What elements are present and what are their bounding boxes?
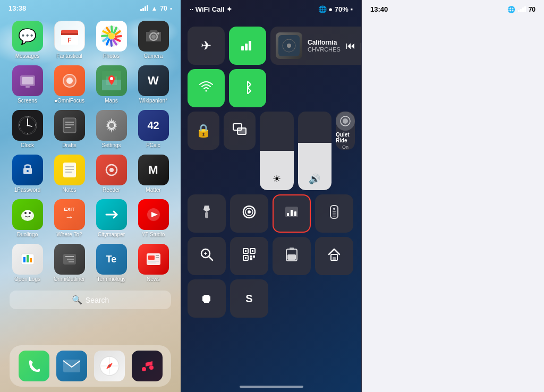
cc-bluetooth[interactable] — [229, 69, 266, 107]
svg-point-18 — [110, 77, 113, 80]
app-fantastical-label: Fantastical — [56, 53, 82, 59]
app-news[interactable]: News — [135, 244, 171, 282]
search-bar[interactable]: 🔍 Search — [10, 291, 171, 309]
cc-qr-code[interactable] — [230, 237, 268, 275]
svg-rect-102 — [245, 257, 246, 259]
wifi-icon — [199, 79, 214, 97]
app-yt-icon — [138, 199, 169, 230]
svg-point-83 — [248, 210, 251, 214]
app-openlogs-label: Open Logs — [14, 276, 40, 282]
cc-battery-status-btn[interactable] — [273, 237, 311, 275]
cc-screen-mirror[interactable] — [224, 112, 256, 150]
home-indicator[interactable] — [240, 386, 303, 388]
mirror-icon — [232, 122, 247, 140]
svg-text:F: F — [67, 37, 71, 44]
cc-music-title: California — [308, 39, 341, 46]
qn-signal-bar-1 — [518, 10, 520, 12]
cc-cellular[interactable] — [229, 27, 266, 65]
app-omnioutliner[interactable]: OmniOutliner — [52, 244, 87, 282]
app-matter-icon: M — [138, 155, 169, 185]
app-duolingo-icon — [12, 199, 43, 230]
svg-point-35 — [27, 170, 29, 172]
cc-screen-capture[interactable] — [230, 194, 268, 233]
cc-remote[interactable] — [315, 194, 353, 233]
cc-chart-button[interactable] — [273, 194, 311, 233]
app-openlogs[interactable]: Open Logs — [10, 244, 45, 282]
app-wikipanion[interactable]: W Wikipanion* — [135, 65, 171, 104]
phone2-control-center: ·· WiFi Call ✦ 🌐 ● 70% ▪ ✈ — [181, 0, 361, 392]
app-drafts[interactable]: Drafts — [52, 110, 87, 148]
cc-wifi[interactable] — [188, 69, 225, 107]
app-matter-label: Matter — [146, 187, 160, 193]
cc-record[interactable]: ⏺ — [188, 279, 226, 318]
app-ytstudio[interactable]: YT Studio — [135, 199, 171, 237]
dock-music[interactable] — [132, 351, 163, 381]
phone1-signal — [140, 5, 148, 11]
cc-brightness-slider[interactable]: ☀ — [260, 112, 293, 190]
cc-music-player[interactable]: California CHVRCHES ⏮ ▶ ⏭ — [270, 27, 361, 65]
svg-point-33 — [109, 123, 114, 128]
record-icon: ⏺ — [200, 291, 213, 306]
bluetooth-icon — [242, 79, 253, 97]
cc-home[interactable] — [315, 237, 353, 275]
cc-quiet-ride[interactable]: Quiet Ride On — [336, 112, 355, 150]
cc-row-4 — [188, 237, 355, 275]
airplane-icon: ✈ — [201, 38, 211, 53]
app-screens[interactable]: Screens — [10, 65, 45, 104]
app-terminology[interactable]: Te Terminology — [94, 244, 129, 282]
app-photos-label: Photos — [103, 53, 120, 59]
svg-rect-108 — [287, 254, 296, 260]
svg-rect-107 — [290, 248, 294, 250]
cc-volume-slider[interactable]: 🔊 — [298, 112, 332, 190]
app-clock[interactable]: 12369 Clock — [10, 110, 45, 148]
svg-point-67 — [142, 367, 146, 371]
app-citymapper[interactable]: Citymapper — [94, 199, 129, 237]
cc-magnify[interactable] — [188, 237, 226, 275]
app-photos-icon — [96, 21, 127, 52]
qn-battery-level: 70 — [529, 6, 536, 13]
cc-screen-lock[interactable]: 🔒 — [188, 112, 219, 150]
flashlight-icon — [201, 204, 212, 223]
app-messages[interactable]: 💬 Messages — [10, 21, 45, 59]
svg-point-75 — [287, 44, 291, 48]
app-fantastical[interactable]: F Fantastical — [52, 21, 87, 59]
magnify-icon — [199, 247, 214, 265]
svg-rect-36 — [63, 163, 76, 177]
svg-point-23 — [27, 125, 28, 126]
cc-music-controls: ⏮ ▶ ⏭ — [346, 40, 361, 52]
dock-mail[interactable] — [56, 351, 87, 381]
cc-airplane-mode[interactable]: ✈ — [188, 27, 225, 65]
app-duolingo[interactable]: Duolingo — [10, 199, 45, 237]
cc-battery-status: 🌐 ● 70% ▪ — [318, 5, 353, 13]
app-omnioutliner-icon — [54, 244, 85, 275]
app-where[interactable]: EXIT → Where To? — [52, 199, 87, 237]
app-reeder[interactable]: Reeder — [94, 155, 129, 193]
app-photos[interactable]: Photos — [94, 21, 129, 59]
svg-rect-110 — [333, 257, 336, 260]
screen-lock-icon: 🔒 — [196, 123, 211, 138]
svg-rect-69 — [241, 46, 244, 50]
app-1password[interactable]: 1Password — [10, 155, 45, 193]
dock-phone[interactable] — [19, 351, 49, 381]
quiet-ride-label: Quiet Ride — [336, 132, 355, 143]
app-omnifocus[interactable]: ●OmniFocus — [52, 65, 87, 104]
qn-status-right: 🌐 70 — [507, 6, 536, 13]
battery-status-icon — [285, 247, 298, 265]
dock-safari[interactable] — [94, 351, 125, 381]
app-matter[interactable]: M Matter — [135, 155, 171, 193]
svg-rect-12 — [22, 77, 33, 84]
app-maps[interactable]: Maps — [94, 65, 129, 104]
app-camera-icon — [138, 21, 169, 52]
search-icon: 🔍 — [72, 295, 82, 305]
cc-shazam[interactable]: S — [230, 279, 268, 318]
app-where-label: Where To? — [56, 232, 82, 237]
app-pcalc[interactable]: 42 PCalc — [135, 110, 171, 148]
app-camera[interactable]: Camera — [135, 21, 171, 59]
app-omnifocus-icon — [54, 65, 85, 96]
app-notes[interactable]: Notes — [52, 155, 87, 193]
app-settings[interactable]: Settings — [94, 110, 129, 148]
qn-signal-bar-3 — [522, 7, 524, 12]
app-fantastical-icon: F — [54, 21, 85, 52]
cc-rewind-button[interactable]: ⏮ — [346, 40, 355, 52]
cc-flashlight[interactable] — [188, 194, 226, 233]
